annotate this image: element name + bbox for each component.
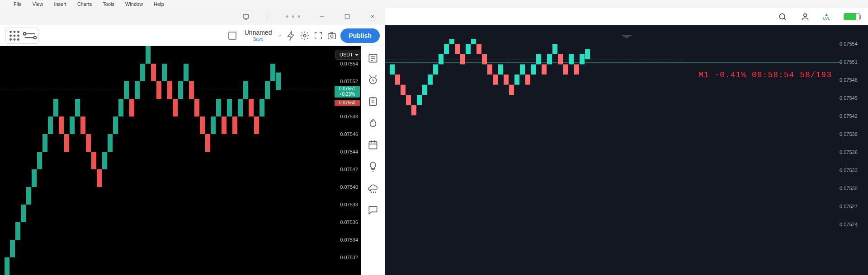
svg-rect-28 xyxy=(328,33,336,39)
publish-button[interactable]: Publish xyxy=(340,28,380,43)
search-icon[interactable] xyxy=(778,12,787,21)
menu-insert[interactable]: Insert xyxy=(54,1,66,7)
axis-tick: 0.07533 xyxy=(840,168,858,173)
right-chart[interactable]: 0.07551 M1 -0.41% 09:58:54 58/193 xyxy=(385,25,868,275)
svg-rect-77 xyxy=(254,117,259,134)
axis-tick: 0.07524 xyxy=(840,222,858,227)
svg-rect-42 xyxy=(64,134,69,152)
menu-charts[interactable]: Charts xyxy=(77,1,92,7)
svg-rect-41 xyxy=(59,117,64,134)
maximize-button[interactable] xyxy=(344,13,351,20)
app-menu[interactable]: File View Insert Charts Tools Window Hel… xyxy=(0,0,868,8)
svg-rect-66 xyxy=(194,99,199,117)
svg-rect-35 xyxy=(26,187,31,205)
svg-point-11 xyxy=(10,39,11,40)
svg-rect-132 xyxy=(558,54,563,65)
gear-icon[interactable] xyxy=(300,31,310,41)
menu-window[interactable]: Window xyxy=(125,1,143,7)
svg-rect-108 xyxy=(428,75,433,85)
checkbox[interactable] xyxy=(228,32,236,40)
flash-icon[interactable] xyxy=(286,31,296,41)
more-icon[interactable] xyxy=(286,15,300,18)
svg-rect-43 xyxy=(70,117,75,134)
svg-rect-111 xyxy=(444,44,449,54)
svg-point-10 xyxy=(18,35,19,36)
chat-icon[interactable] xyxy=(367,204,379,216)
svg-point-12 xyxy=(14,39,15,40)
axis-tick: 0.07554 xyxy=(340,61,358,66)
level-indicator: ▲LVL xyxy=(823,13,830,21)
svg-rect-116 xyxy=(471,39,476,44)
svg-rect-53 xyxy=(124,81,129,99)
axis-tick: 0.07536 xyxy=(840,149,858,155)
svg-rect-2 xyxy=(345,14,349,19)
right-sidebar xyxy=(361,46,385,275)
svg-point-96 xyxy=(375,192,376,192)
menu-file[interactable]: File xyxy=(14,1,22,7)
chevron-down-icon[interactable] xyxy=(277,33,283,38)
svg-rect-73 xyxy=(232,117,237,134)
alarm-icon[interactable] xyxy=(367,74,379,86)
right-app-header: ▲LVL xyxy=(385,8,868,25)
menu-tools[interactable]: Tools xyxy=(103,1,114,7)
svg-point-13 xyxy=(18,39,19,40)
svg-rect-74 xyxy=(238,99,243,117)
svg-rect-110 xyxy=(439,54,443,65)
save-link[interactable]: Save xyxy=(253,37,264,42)
svg-rect-65 xyxy=(189,81,194,99)
svg-rect-135 xyxy=(574,64,579,75)
svg-rect-112 xyxy=(449,39,454,44)
svg-rect-129 xyxy=(542,64,547,75)
svg-rect-32 xyxy=(10,240,15,257)
camera-icon[interactable] xyxy=(327,31,337,41)
calendar-icon[interactable] xyxy=(367,139,379,151)
left-price-axis[interactable]: 0.075540.075520.075480.075460.075440.075… xyxy=(334,46,361,275)
currency-selector[interactable]: USDT xyxy=(335,50,362,60)
svg-rect-122 xyxy=(504,75,509,85)
svg-point-29 xyxy=(331,35,334,37)
svg-rect-62 xyxy=(173,99,178,117)
axis-tick: 0.07539 xyxy=(840,131,858,137)
svg-rect-114 xyxy=(460,54,465,65)
svg-point-9 xyxy=(14,35,15,36)
svg-rect-117 xyxy=(476,44,481,54)
svg-point-95 xyxy=(373,192,374,192)
svg-rect-121 xyxy=(498,64,503,75)
svg-rect-33 xyxy=(15,222,20,240)
svg-rect-69 xyxy=(211,117,216,134)
svg-rect-133 xyxy=(563,64,568,75)
svg-rect-134 xyxy=(569,54,574,65)
axis-tick: 0.07527 xyxy=(840,204,858,209)
watchlist-icon[interactable] xyxy=(367,52,379,64)
svg-rect-44 xyxy=(75,99,80,117)
cast-icon[interactable] xyxy=(242,13,250,20)
hot-icon[interactable] xyxy=(367,117,379,129)
svg-line-98 xyxy=(784,18,786,20)
svg-rect-46 xyxy=(86,134,91,152)
user-icon[interactable] xyxy=(801,12,810,21)
axis-tick: 0.07552 xyxy=(340,79,358,84)
last-price-badge: 0.07551 +0.23% xyxy=(335,86,360,98)
axis-tick: 0.07540 xyxy=(340,184,358,190)
svg-rect-45 xyxy=(80,117,85,134)
idea-icon[interactable] xyxy=(367,161,379,172)
right-price-axis[interactable]: 0.07554 0.07551 0.07548 0.07545 0.07542 … xyxy=(841,25,868,275)
axis-tick: 0.07532 xyxy=(340,255,358,260)
menu-help[interactable]: Help xyxy=(154,1,164,7)
svg-rect-55 xyxy=(135,81,140,99)
svg-rect-52 xyxy=(118,99,123,117)
svg-rect-36 xyxy=(32,169,37,187)
svg-rect-115 xyxy=(466,44,471,54)
trend-line-icon[interactable] xyxy=(22,29,38,42)
cloud-icon[interactable] xyxy=(367,182,379,194)
grid-icon[interactable] xyxy=(7,29,22,42)
minimize-button[interactable] xyxy=(318,13,326,20)
fullscreen-icon[interactable] xyxy=(313,31,323,41)
left-chart[interactable] xyxy=(0,46,361,275)
svg-rect-70 xyxy=(216,99,221,117)
close-button[interactable] xyxy=(369,13,376,20)
menu-view[interactable]: View xyxy=(33,1,43,7)
axis-tick: 0.07551 xyxy=(840,59,858,65)
svg-rect-81 xyxy=(276,73,281,90)
notes-icon[interactable] xyxy=(367,96,379,107)
